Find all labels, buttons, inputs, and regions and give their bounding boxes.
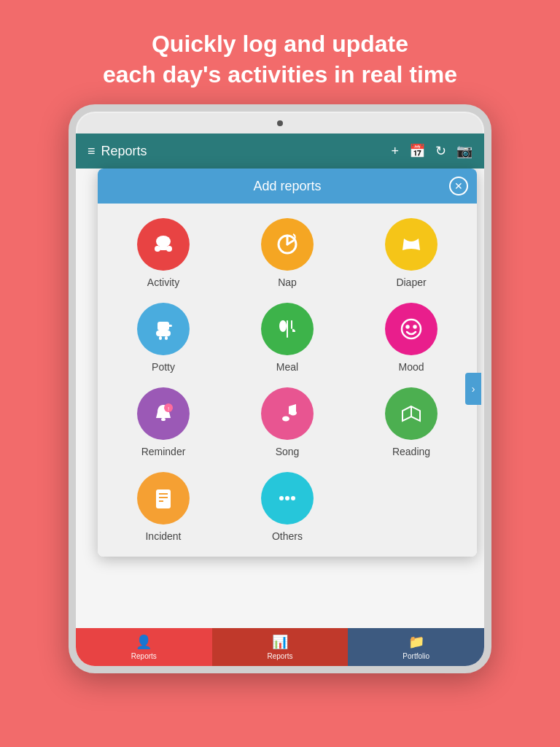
reminder-label: Reminder — [141, 446, 186, 457]
reading-label: Reading — [392, 446, 430, 457]
nap-icon — [261, 218, 314, 271]
svg-rect-10 — [165, 336, 168, 340]
svg-rect-8 — [156, 330, 171, 336]
headline: Quickly log and update each day's activi… — [59, 0, 501, 104]
grid-item-nap[interactable]: Nap — [229, 218, 346, 288]
tablet-device: ≡ Reports + 📅 ↻ 📷 Add reports ✕ — [69, 104, 491, 673]
mood-icon — [385, 303, 438, 355]
svg-rect-11 — [168, 325, 172, 327]
scroll-right-handle[interactable]: › — [465, 373, 481, 405]
svg-rect-14 — [291, 320, 292, 329]
bottom-navigation: 👤 Reports 📊 Reports 📁 Portfolio — [76, 628, 484, 666]
others-icon — [261, 472, 314, 525]
svg-rect-12 — [287, 320, 288, 338]
potty-icon — [137, 303, 190, 355]
tablet-screen: ≡ Reports + 📅 ↻ 📷 Add reports ✕ — [76, 133, 484, 666]
song-icon — [261, 387, 314, 440]
svg-point-16 — [407, 326, 409, 328]
header-title: Reports — [101, 144, 392, 159]
dialog-title: Add reports — [253, 179, 321, 194]
nav-item-reports2[interactable]: 📊 Reports — [212, 628, 349, 666]
diaper-icon — [385, 218, 438, 271]
refresh-icon[interactable]: ↻ — [435, 143, 446, 159]
svg-text:!: ! — [168, 406, 169, 412]
add-reports-dialog: Add reports ✕ — [98, 169, 477, 557]
dialog-close-button[interactable]: ✕ — [449, 177, 468, 196]
svg-rect-7 — [158, 322, 169, 330]
grid-item-reading[interactable]: Reading — [353, 387, 470, 457]
meal-icon — [261, 303, 314, 355]
svg-point-0 — [156, 236, 171, 247]
potty-label: Potty — [152, 361, 175, 373]
portfolio-nav-icon: 📁 — [408, 634, 424, 650]
others-label: Others — [272, 530, 303, 542]
svg-rect-24 — [156, 489, 171, 508]
nav-item-reports[interactable]: 👤 Reports — [76, 628, 212, 666]
header-actions: + 📅 ↻ 📷 — [391, 143, 472, 159]
calendar-icon[interactable]: 📅 — [409, 143, 425, 159]
song-label: Song — [276, 446, 300, 457]
camera-icon[interactable]: 📷 — [456, 143, 472, 159]
menu-icon[interactable]: ≡ — [88, 144, 96, 159]
add-icon[interactable]: + — [391, 144, 399, 159]
reading-icon — [385, 387, 438, 440]
grid-item-potty[interactable]: Potty — [105, 303, 222, 373]
svg-rect-9 — [159, 336, 162, 340]
diaper-label: Diaper — [396, 276, 426, 288]
grid-item-meal[interactable]: Meal — [229, 303, 346, 373]
grid-item-incident[interactable]: Incident — [105, 472, 222, 542]
dialog-body: Activity Nap — [98, 204, 477, 557]
activity-icon — [137, 218, 190, 271]
svg-rect-18 — [161, 418, 166, 421]
reports-nav-label: Reports — [131, 652, 157, 660]
activity-grid: Activity Nap — [105, 218, 470, 542]
reports2-nav-icon: 📊 — [272, 634, 288, 650]
svg-rect-3 — [159, 246, 168, 250]
grid-item-diaper[interactable]: Diaper — [353, 218, 470, 288]
grid-item-mood[interactable]: Mood — [353, 303, 470, 373]
svg-point-13 — [279, 320, 287, 332]
svg-point-22 — [289, 411, 297, 416]
svg-point-17 — [414, 326, 416, 328]
svg-point-29 — [279, 496, 284, 500]
reminder-icon: ! — [137, 387, 190, 440]
incident-label: Incident — [145, 530, 181, 542]
svg-point-21 — [282, 417, 289, 422]
dialog-header: Add reports ✕ — [98, 169, 477, 204]
reports2-nav-label: Reports — [268, 652, 293, 660]
grid-item-activity[interactable]: Activity — [105, 218, 222, 288]
nav-item-portfolio[interactable]: 📁 Portfolio — [348, 628, 484, 666]
camera-dot — [277, 120, 283, 126]
svg-point-31 — [291, 496, 295, 500]
portfolio-nav-label: Portfolio — [402, 652, 429, 660]
meal-label: Meal — [276, 361, 298, 373]
svg-point-15 — [402, 320, 421, 338]
mood-label: Mood — [398, 361, 424, 373]
activity-label: Activity — [147, 276, 179, 288]
app-header: ≡ Reports + 📅 ↻ 📷 — [76, 133, 484, 169]
grid-item-others[interactable]: Others — [229, 472, 346, 542]
incident-icon — [137, 472, 190, 525]
svg-point-30 — [285, 496, 289, 500]
grid-item-song[interactable]: Song — [229, 387, 346, 457]
reports-nav-icon: 👤 — [136, 634, 152, 650]
nap-label: Nap — [278, 276, 297, 288]
grid-item-reminder[interactable]: ! Reminder — [105, 387, 222, 457]
